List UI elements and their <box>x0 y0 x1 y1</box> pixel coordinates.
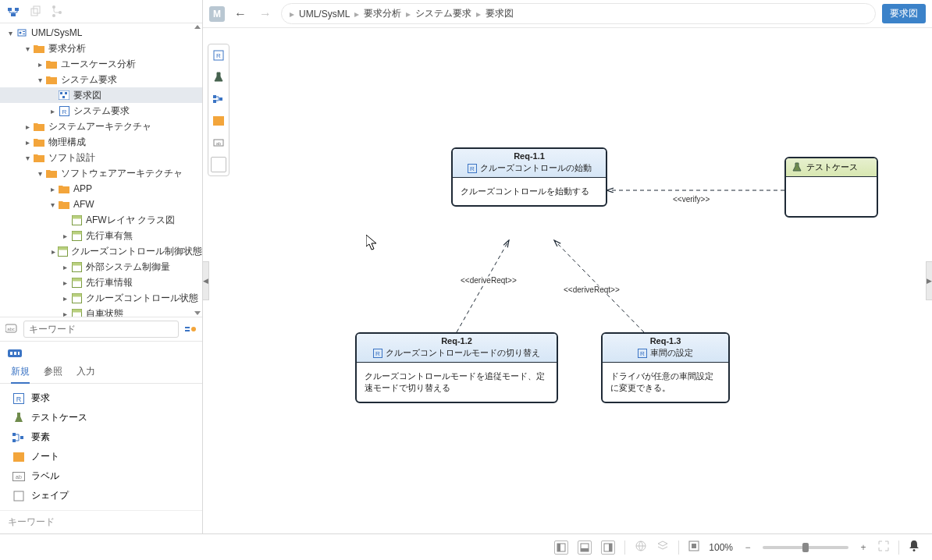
edges-layer <box>203 28 932 533</box>
palette-item[interactable]: 要素 <box>0 427 202 447</box>
node-title: 車間の設定 <box>650 347 693 359</box>
palette-item[interactable]: R要求 <box>0 388 202 408</box>
crumb[interactable]: UML/SysML <box>299 9 350 19</box>
tree-item[interactable]: ▾要求分析 <box>0 41 202 56</box>
tree-scroll-gutter[interactable] <box>194 23 202 317</box>
tree-label: システム要求 <box>73 105 130 118</box>
svg-rect-39 <box>14 352 16 355</box>
tool-req-icon[interactable]: R <box>211 48 226 63</box>
folder-icon <box>33 151 45 164</box>
canvas-toolstrip: R ab <box>208 44 229 176</box>
svg-rect-52 <box>213 100 216 103</box>
tree-item[interactable]: ▸自車状態 <box>0 306 202 317</box>
palette-filter[interactable]: キーワード <box>0 510 202 533</box>
fullscreen-icon[interactable] <box>878 541 889 554</box>
model-badge[interactable]: M <box>209 6 225 22</box>
req-icon: R <box>638 349 647 358</box>
status-bar: 100% − + <box>0 533 932 560</box>
tree-item[interactable]: ▸ユースケース分析 <box>0 56 202 72</box>
tree-item[interactable]: ▾ソフトウェアアーキテクチャ <box>0 165 202 181</box>
testcase-node[interactable]: テストケース <box>784 157 878 218</box>
palette-item[interactable]: ノート <box>0 447 202 466</box>
svg-rect-21 <box>72 231 81 234</box>
palette-tab-ref[interactable]: 参照 <box>44 365 62 378</box>
palette-icon <box>8 346 22 360</box>
svg-point-9 <box>20 32 22 34</box>
svg-rect-3 <box>31 9 37 16</box>
tree-label: 要求分析 <box>48 42 86 55</box>
breadcrumb[interactable]: ▸ UML/SysML ▸ 要求分析 ▸ システム要求 ▸ 要求図 <box>281 3 876 24</box>
crumb[interactable]: 要求図 <box>486 7 514 20</box>
tree-item[interactable]: ▸クルーズコントロール制御状態 <box>0 243 202 259</box>
class-icon <box>70 307 83 317</box>
abc-filter-icon[interactable]: abc <box>5 322 19 336</box>
filter-settings-icon[interactable] <box>183 322 197 336</box>
copy-icon[interactable] <box>28 5 42 19</box>
project-icon <box>16 27 28 39</box>
world-icon[interactable] <box>635 540 647 555</box>
svg-rect-51 <box>213 95 216 98</box>
tool-icon[interactable] <box>6 5 20 19</box>
requirement-node[interactable]: Req-1.2 R クルーズコントロールモードの切り替え クルーズコントロールモ… <box>355 332 558 403</box>
tool-element-icon[interactable] <box>211 91 226 107</box>
tool-label-icon[interactable]: ab <box>211 135 226 151</box>
tool-test-icon[interactable] <box>211 69 226 85</box>
tree-label: 要求図 <box>73 89 101 102</box>
layout-btn-1[interactable] <box>554 541 568 555</box>
requirement-node[interactable]: Req-1.3 R 車間の設定 ドライバが任意の車間設定に変更できる。 <box>601 332 730 403</box>
collapse-left-handle[interactable]: ◀ <box>203 261 209 300</box>
tree-item[interactable]: ▾システム要求 <box>0 72 202 87</box>
crumb[interactable]: 要求分析 <box>364 7 401 20</box>
tree-item[interactable]: ▸Rシステム要求 <box>0 103 202 119</box>
tool-note-icon[interactable] <box>211 113 226 129</box>
layout-btn-3[interactable] <box>601 541 615 555</box>
nav-forward-button[interactable]: → <box>256 7 275 21</box>
tree-item[interactable]: ▸システムアーキテクチャ <box>0 119 202 134</box>
tree-item[interactable]: ▸先行車有無 <box>0 228 202 243</box>
palette-tab-input[interactable]: 入力 <box>76 365 95 378</box>
diagram-type-tag[interactable]: 要求図 <box>882 4 926 23</box>
req-icon: R <box>58 105 70 117</box>
palette-tab-new[interactable]: 新規 <box>11 365 30 384</box>
svg-rect-2 <box>11 13 16 16</box>
palette-item[interactable]: シェイプ <box>0 486 202 505</box>
node-id: Req-1.2 <box>361 336 552 346</box>
tree-root[interactable]: ▾ UML/SysML <box>0 25 202 41</box>
model-tree[interactable]: ▾ UML/SysML ▾要求分析▸ユースケース分析▾システム要求要求図▸Rシス… <box>0 23 202 317</box>
bell-icon[interactable] <box>909 540 920 555</box>
tree-item[interactable]: ▸外部システム制御量 <box>0 259 202 275</box>
svg-text:R: R <box>470 165 475 172</box>
diagram-icon <box>58 89 70 101</box>
req-icon: R <box>468 164 477 173</box>
svg-text:R: R <box>62 108 66 115</box>
collapse-right-handle[interactable]: ▶ <box>926 261 932 300</box>
tree-item[interactable]: ▸先行車情報 <box>0 275 202 290</box>
tree-item[interactable]: ▸物理構成 <box>0 134 202 150</box>
tree-item[interactable]: AFWレイヤ クラス図 <box>0 212 202 228</box>
nav-back-button[interactable]: ← <box>231 7 250 21</box>
tree-item[interactable]: ▸APP <box>0 181 202 197</box>
tree-label: クルーズコントロール制御状態 <box>71 245 202 258</box>
crumb[interactable]: システム要求 <box>415 7 471 20</box>
zoom-slider[interactable] <box>763 546 848 549</box>
layout-btn-2[interactable] <box>578 541 592 555</box>
zoom-in-button[interactable]: + <box>858 542 869 553</box>
branch-icon[interactable] <box>50 5 64 19</box>
tree-search-input[interactable] <box>23 321 179 338</box>
palette-item[interactable]: テストケース <box>0 408 202 427</box>
palette-item[interactable]: abラベル <box>0 466 202 486</box>
diagram-canvas[interactable]: R ab ◀ ▶ <box>203 28 932 533</box>
tree-item[interactable]: 要求図 <box>0 87 202 103</box>
requirement-node[interactable]: Req-1.1 R クルーズコントロールの始動 クルーズコントロールを始動する <box>451 147 607 207</box>
fit-icon[interactable] <box>688 541 699 554</box>
tree-label: 先行車情報 <box>86 276 133 289</box>
class-icon <box>58 245 68 257</box>
layers-icon[interactable] <box>656 540 669 555</box>
zoom-out-button[interactable]: − <box>742 542 753 553</box>
svg-rect-44 <box>12 439 16 442</box>
tool-shape-icon[interactable] <box>211 157 226 172</box>
tree-item[interactable]: ▸クルーズコントロール状態 <box>0 290 202 306</box>
tree-item[interactable]: ▾AFW <box>0 197 202 212</box>
tree-item[interactable]: ▾ソフト設計 <box>0 150 202 165</box>
shape-icon <box>12 490 25 502</box>
